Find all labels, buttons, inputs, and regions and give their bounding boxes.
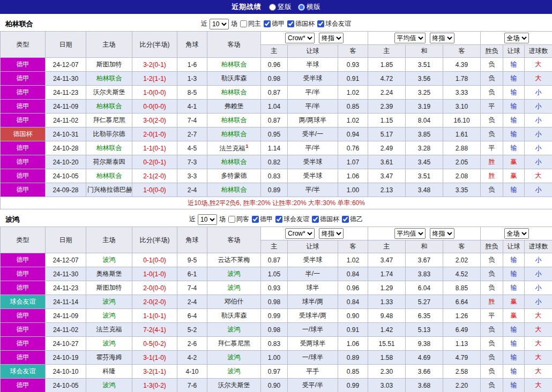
avg-draw-odds: 3.48 <box>406 183 443 197</box>
home-team: 霍芬海姆 <box>86 351 132 365</box>
away-odds: 0.91 <box>338 72 368 86</box>
subheader-result: 胜负 <box>481 45 503 58</box>
match-result: 平 <box>481 141 503 155</box>
matches-tbody: 德甲24-12-07波鸿0-1(0-0)9-5云达不莱梅0.87受半球1.023… <box>1 253 552 392</box>
home-odds: 0.87 <box>261 114 288 127</box>
average-select[interactable]: 平均值 <box>394 33 426 43</box>
avg-draw-odds: 5.13 <box>406 323 443 337</box>
average-final-select[interactable]: 终指 <box>430 228 454 239</box>
avg-away-odds: 8.85 <box>443 281 481 295</box>
subheader-away-odds: 客 <box>338 240 368 253</box>
filter-checkbox-input-club-friendly[interactable] <box>317 20 324 27</box>
filter-checkbox-dfb-pokal[interactable]: 德国杯 <box>287 19 315 28</box>
filter-prefix-label: 近 <box>189 215 196 224</box>
away-team: 柏林联合 <box>207 86 261 100</box>
match-result: 胜 <box>481 169 503 183</box>
filter-checkbox-club-friendly[interactable]: 球会友谊 <box>275 215 309 224</box>
recent-count-select[interactable]: 10 <box>198 214 217 225</box>
filter-checkbox-input-bundesliga-2[interactable] <box>342 216 349 223</box>
odds-final-select[interactable]: 终指 <box>319 228 344 239</box>
match-row: 德甲24-09-28门兴格拉德巴赫1-0(0-0)2-4柏林联合0.89平/半1… <box>1 183 552 197</box>
avg-draw-odds: 3.67 <box>406 253 443 267</box>
match-result: 负 <box>481 323 503 337</box>
recent-count-select[interactable]: 10 <box>210 19 229 29</box>
layout-radio-label-vertical: 竖版 <box>278 2 292 12</box>
filter-checkbox-dfb-pokal[interactable]: 德国杯 <box>311 215 339 224</box>
filter-checkbox-input-same-home[interactable] <box>240 20 247 27</box>
away-odds: 1.07 <box>338 155 368 169</box>
away-odds: 0.90 <box>338 309 368 323</box>
avg-draw-odds: 6.35 <box>406 309 443 323</box>
filter-checkbox-same-away[interactable]: 同客 <box>228 215 249 224</box>
away-team: 柏林联合 <box>207 183 261 197</box>
filter-checkbox-input-club-friendly[interactable] <box>275 216 282 223</box>
away-odds: 0.84 <box>338 295 368 309</box>
filter-checkbox-same-home[interactable]: 同主 <box>240 19 261 28</box>
goals-size: 小 <box>525 155 552 169</box>
filter-checkbox-bundesliga[interactable]: 德甲 <box>251 215 273 224</box>
scope-select[interactable]: 全场 <box>504 33 529 43</box>
scope-select[interactable]: 全场 <box>504 228 529 239</box>
handicap-result: 输 <box>503 351 525 365</box>
avg-home-odds: 2.49 <box>368 141 406 155</box>
odds-controls: Crow*终指 <box>261 227 368 240</box>
match-date: 24-10-28 <box>46 141 86 155</box>
odds-company-select[interactable]: Crow* <box>285 33 315 43</box>
away-team: 弗赖堡 <box>207 100 261 114</box>
layout-radio-input-horizontal[interactable] <box>298 4 305 11</box>
filter-checkbox-input-bundesliga[interactable] <box>264 20 271 27</box>
avg-away-odds: 2.20 <box>443 379 481 392</box>
corner-count: 6-4 <box>177 309 207 323</box>
summary-text: 近10场,胜2平2负6, 胜率:20% 让胜率:20% 大率:30% 单率:60… <box>1 197 552 209</box>
home-odds: 0.99 <box>261 309 288 323</box>
filter-checkbox-input-same-away[interactable] <box>228 216 235 223</box>
handicap-line: 平/半 <box>288 141 338 155</box>
corner-count: 2-7 <box>177 127 207 141</box>
average-final-select[interactable]: 终指 <box>430 33 454 43</box>
match-score: 7-2(4-1) <box>132 323 177 337</box>
match-date: 24-11-14 <box>46 295 86 309</box>
avg-away-odds: 1.78 <box>443 72 481 86</box>
league-type-badge: 德甲 <box>1 86 46 100</box>
corner-count: 6-1 <box>177 267 207 281</box>
filter-checkbox-input-bundesliga[interactable] <box>252 216 259 223</box>
layout-radio-vertical[interactable]: 竖版 <box>269 2 292 12</box>
handicap-line: 受半球 <box>288 155 338 169</box>
layout-radio-horizontal[interactable]: 横版 <box>298 2 320 12</box>
average-select[interactable]: 平均值 <box>394 228 426 239</box>
column-header-type: 类型 <box>1 227 46 253</box>
avg-home-odds: 1.33 <box>368 295 406 309</box>
avg-draw-odds: 3.85 <box>406 127 443 141</box>
handicap-result: 赢 <box>503 295 525 309</box>
filter-checkbox-input-dfb-pokal[interactable] <box>287 20 294 27</box>
column-header-corner: 角球 <box>177 32 207 58</box>
topbar: 近期战绩 竖版横版 <box>0 0 552 14</box>
filters: 近 10 场 同客德甲球会友谊德国杯德乙 <box>189 214 363 225</box>
handicap-result: 输 <box>503 267 525 281</box>
league-filter-checkboxes: 同主德甲德国杯球会友谊 <box>240 19 351 28</box>
goals-size: 小 <box>525 114 552 127</box>
filter-checkbox-bundesliga-2[interactable]: 德乙 <box>341 215 363 224</box>
filter-checkbox-label-same-away: 同客 <box>236 215 249 224</box>
home-odds: 0.96 <box>261 58 288 72</box>
handicap-result: 赢 <box>503 155 525 169</box>
layout-radio-input-vertical[interactable] <box>269 4 276 11</box>
filter-checkbox-club-friendly[interactable]: 球会友谊 <box>317 19 351 28</box>
odds-company-select[interactable]: Crow* <box>285 228 315 239</box>
corner-count: 7-6 <box>177 379 207 392</box>
match-row: 德甲24-11-09波鸿1-1(0-1)6-4勒沃库森0.99受球半/两0.90… <box>1 309 552 323</box>
handicap-line: 半/一 <box>288 267 338 281</box>
home-odds: 0.98 <box>261 323 288 337</box>
home-team: 柏林联合 <box>86 100 132 114</box>
team-name: 柏林联合 <box>5 19 33 29</box>
match-date: 24-10-10 <box>46 365 86 379</box>
filter-checkbox-bundesliga[interactable]: 德甲 <box>263 19 285 28</box>
avg-home-odds: 9.48 <box>368 309 406 323</box>
filter-checkbox-label-dfb-pokal: 德国杯 <box>295 19 315 28</box>
odds-final-select[interactable]: 终指 <box>319 33 344 43</box>
filter-checkbox-input-dfb-pokal[interactable] <box>312 216 319 223</box>
avg-home-odds: 1.58 <box>368 351 406 365</box>
filter-row: 柏林联合 近 10 场 同主德甲德国杯球会友谊 <box>0 17 552 31</box>
match-result: 负 <box>481 351 503 365</box>
average-controls: 平均值终指 <box>368 227 481 240</box>
